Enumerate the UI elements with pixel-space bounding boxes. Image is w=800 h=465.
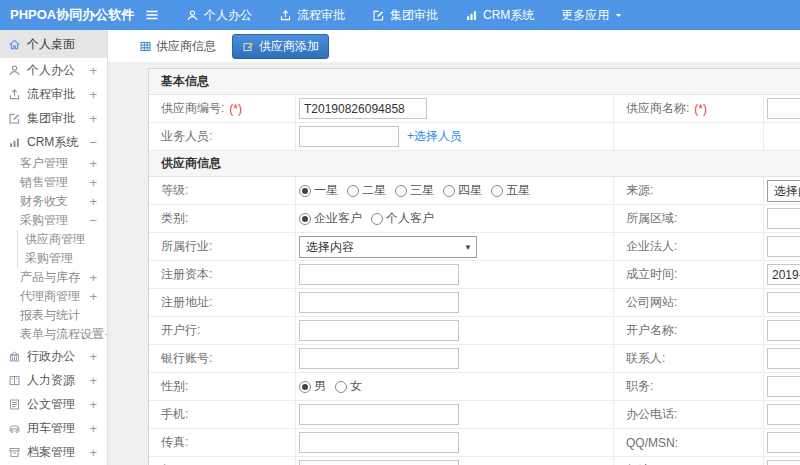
sidebar: 个人桌面个人办公+流程审批+集团审批+CRM系统−客户管理+销售管理+财务收支+… xyxy=(0,30,108,465)
grade-radio-option[interactable]: 一星 xyxy=(299,182,338,199)
business-person-input[interactable] xyxy=(299,126,399,147)
topbar-nav-item[interactable]: CRM系统 xyxy=(465,7,534,24)
category-radio-option[interactable]: 个人客户 xyxy=(371,210,434,227)
legal-person-control-cell xyxy=(764,233,800,260)
grade-radio-option[interactable]: 五星 xyxy=(491,182,530,199)
expander-icon[interactable]: + xyxy=(89,195,97,208)
field-label: 手机: xyxy=(161,406,188,423)
sidebar-item[interactable]: CRM系统− xyxy=(0,130,107,154)
gender-radio-option[interactable]: 女 xyxy=(335,378,362,395)
grade-radio-option[interactable]: 二星 xyxy=(347,182,386,199)
grade-radio-option[interactable]: 四星 xyxy=(443,182,482,199)
sidebar-item[interactable]: 人力资源+ xyxy=(0,368,107,392)
account-name-input[interactable] xyxy=(767,320,800,341)
bank-branch-input[interactable] xyxy=(299,320,459,341)
postcode-input[interactable] xyxy=(767,460,800,465)
sidebar-item[interactable]: 产品与库存+ xyxy=(0,268,107,287)
form-row: 所属行业:选择内容▼企业法人: xyxy=(149,233,800,261)
expander-icon[interactable]: + xyxy=(89,112,97,125)
sidebar-item[interactable]: 报表与统计 xyxy=(0,306,107,325)
sidebar-item-label: 代理商管理 xyxy=(20,288,80,305)
tab-supplier-add[interactable]: 供应商添加 xyxy=(232,34,329,59)
sidebar-item-label: 表单与流程设置 xyxy=(20,326,104,343)
radio-label: 五星 xyxy=(506,182,530,199)
sidebar-item[interactable]: 采购管理− xyxy=(0,211,107,230)
office-phone-input[interactable] xyxy=(767,404,800,425)
expander-icon[interactable]: − xyxy=(89,214,97,227)
sidebar-item[interactable]: 代理商管理+ xyxy=(0,287,107,306)
expander-icon[interactable]: − xyxy=(89,136,97,149)
radio-label: 二星 xyxy=(362,182,386,199)
main-content: 供应商信息 供应商添加 基本信息供应商编号:(*)供应商名称:(*)业务人员:+… xyxy=(108,30,800,465)
supplier-name-input[interactable] xyxy=(767,98,800,119)
sidebar-item[interactable]: 用车管理+ xyxy=(0,416,107,440)
industry-select[interactable]: 选择内容▼ xyxy=(299,236,477,258)
region-input[interactable] xyxy=(767,208,800,229)
industry-control-cell: 选择内容▼ xyxy=(296,233,614,260)
sidebar-item[interactable]: 客户管理+ xyxy=(0,154,107,173)
topbar-nav-item[interactable]: 集团审批 xyxy=(372,7,438,24)
fax-input[interactable] xyxy=(299,432,459,453)
gender-control-cell: 男女 xyxy=(296,373,614,400)
expander-icon[interactable]: + xyxy=(89,88,97,101)
sidebar-item[interactable]: 销售管理+ xyxy=(0,173,107,192)
qq-msn-input[interactable] xyxy=(767,432,800,453)
sidebar-item[interactable]: 个人桌面 xyxy=(0,30,107,58)
topbar-nav-label: CRM系统 xyxy=(483,7,534,24)
contact-person-input[interactable] xyxy=(767,348,800,369)
expander-icon[interactable]: + xyxy=(89,398,97,411)
sidebar-item[interactable]: 公文管理+ xyxy=(0,392,107,416)
expander-icon[interactable]: + xyxy=(89,422,97,435)
sidebar-item[interactable]: 个人办公+ xyxy=(0,58,107,82)
topbar-nav-item[interactable]: 流程审批 xyxy=(279,7,345,24)
expander-icon[interactable]: + xyxy=(89,350,97,363)
account-name-label-cell: 开户名称: xyxy=(614,317,764,344)
business-person-control-cell: +选择人员 xyxy=(296,123,614,150)
expander-icon[interactable]: + xyxy=(89,157,97,170)
radio-icon xyxy=(443,185,455,197)
radio-icon xyxy=(299,213,311,225)
sidebar-item[interactable]: 流程审批+ xyxy=(0,82,107,106)
topbar-nav-item[interactable]: 更多应用 xyxy=(561,7,623,24)
mobile-input[interactable] xyxy=(299,404,459,425)
position-input[interactable] xyxy=(767,376,800,397)
radio-label: 企业客户 xyxy=(314,210,362,227)
tab-supplier-info[interactable]: 供应商信息 xyxy=(133,35,222,58)
category-radio-option[interactable]: 企业客户 xyxy=(299,210,362,227)
select-person-link[interactable]: +选择人员 xyxy=(407,128,462,145)
sidebar-item[interactable]: 采购管理 xyxy=(18,249,107,268)
email-input[interactable] xyxy=(299,460,459,465)
gender-radio-option[interactable]: 男 xyxy=(299,378,326,395)
category-label-cell: 类别: xyxy=(149,205,296,232)
topbar: PHPOA协同办公软件 个人办公流程审批集团审批CRM系统更多应用 xyxy=(0,0,800,30)
form-row: 邮箱:邮编: xyxy=(149,457,800,465)
sidebar-item[interactable]: 档案管理+ xyxy=(0,440,107,464)
expander-icon[interactable]: + xyxy=(89,290,97,303)
field-label: 所属区域: xyxy=(626,210,677,227)
legal-person-input[interactable] xyxy=(767,236,800,257)
form-row: 开户行:开户名称: xyxy=(149,317,800,345)
company-website-input[interactable] xyxy=(767,292,800,313)
topbar-nav-item[interactable]: 个人办公 xyxy=(186,7,252,24)
grade-radio-option[interactable]: 三星 xyxy=(395,182,434,199)
source-select[interactable]: 选择内容▼ xyxy=(767,180,800,202)
topbar-nav: 个人办公流程审批集团审批CRM系统更多应用 xyxy=(186,7,623,24)
sidebar-item[interactable]: 表单与流程设置+ xyxy=(0,325,107,344)
sidebar-item[interactable]: 集团审批+ xyxy=(0,106,107,130)
sidebar-item-label: 产品与库存 xyxy=(20,269,80,286)
sidebar-item[interactable]: 行政办公+ xyxy=(0,344,107,368)
bank-account-input[interactable] xyxy=(299,348,459,369)
supplier-code-input[interactable] xyxy=(299,98,427,119)
expander-icon[interactable]: + xyxy=(89,446,97,459)
registered-capital-input[interactable] xyxy=(299,264,459,285)
founded-date-input[interactable] xyxy=(767,264,800,285)
grade-control-cell: 一星二星三星四星五星 xyxy=(296,177,614,204)
expander-icon[interactable]: + xyxy=(89,176,97,189)
registered-address-input[interactable] xyxy=(299,292,459,313)
expander-icon[interactable]: + xyxy=(89,64,97,77)
expander-icon[interactable]: + xyxy=(89,271,97,284)
sidebar-item[interactable]: 财务收支+ xyxy=(0,192,107,211)
expander-icon[interactable]: + xyxy=(89,374,97,387)
menu-toggle-icon[interactable] xyxy=(144,7,160,23)
sidebar-item[interactable]: 供应商管理 xyxy=(18,230,107,249)
